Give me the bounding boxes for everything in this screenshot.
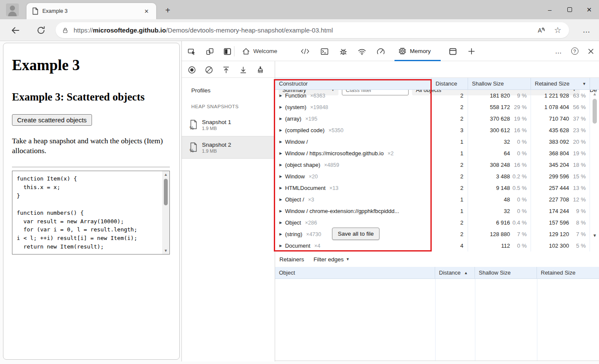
- table-row[interactable]: ▶(system)×198482558 17229 %1 078 40456 %: [275, 101, 599, 113]
- table-row[interactable]: ▶Window /1320 %383 09220 %: [275, 136, 599, 148]
- disclosure-triangle-icon[interactable]: ▶: [279, 221, 282, 225]
- close-window-button[interactable]: ✕: [579, 0, 599, 19]
- constructor-cell[interactable]: ▶Window×20: [275, 171, 432, 182]
- scroll-down-icon[interactable]: ▼: [164, 247, 168, 254]
- constructor-cell[interactable]: ▶(system)×19848: [275, 101, 432, 113]
- column-header-distance[interactable]: Distance: [432, 78, 468, 89]
- snapshot-item[interactable]: %Snapshot 21.9 MB: [182, 136, 275, 159]
- network-icon[interactable]: [357, 47, 367, 56]
- disclosure-triangle-icon[interactable]: ▶: [279, 105, 282, 109]
- constructor-cell[interactable]: ▶Window /: [275, 136, 432, 148]
- code-textarea[interactable]: function Item(x) { this.x = x; } functio…: [12, 171, 170, 255]
- disclosure-triangle-icon[interactable]: ▶: [279, 140, 282, 144]
- refresh-button[interactable]: [36, 25, 46, 36]
- scrollbar-thumb[interactable]: [593, 99, 597, 124]
- scroll-up-icon[interactable]: ▲: [593, 90, 597, 96]
- new-tab-button[interactable]: +: [162, 4, 174, 16]
- tab-close-icon[interactable]: ✕: [142, 7, 151, 15]
- table-row[interactable]: ▶Document×441120 %102 3005 %: [275, 240, 599, 252]
- scroll-up-icon[interactable]: ▲: [164, 171, 168, 178]
- save-profile-icon[interactable]: [238, 65, 248, 74]
- disclosure-triangle-icon[interactable]: ▶: [279, 117, 282, 121]
- table-row[interactable]: ▶Window / https://microsoftedge.github.i…: [275, 148, 599, 159]
- disclosure-triangle-icon[interactable]: ▶: [279, 94, 282, 98]
- browser-tab[interactable]: Example 3 ✕: [27, 3, 156, 19]
- constructor-cell[interactable]: ▶Object×286: [275, 217, 432, 228]
- disclosure-triangle-icon[interactable]: ▶: [279, 186, 282, 190]
- disclosure-triangle-icon[interactable]: ▶: [279, 163, 282, 167]
- disclosure-triangle-icon[interactable]: ▶: [279, 209, 282, 213]
- constructor-cell[interactable]: ▶(array)×195: [275, 113, 432, 124]
- column-header-shallow-size[interactable]: Shallow Size: [468, 78, 531, 89]
- layout-panel-icon[interactable]: [448, 47, 457, 56]
- column-header-shallow-size[interactable]: Shallow Size: [475, 267, 537, 278]
- table-row[interactable]: ▶(array)×1952370 62819 %710 74037 %: [275, 113, 599, 124]
- record-heap-snapshot-icon[interactable]: [187, 65, 196, 74]
- column-header-distance[interactable]: Distance▲: [435, 267, 475, 278]
- table-row[interactable]: ▶Function×63632181 8209 %1 221 92863 %: [275, 90, 599, 101]
- devtools-tabbar: Welcome Memory: [182, 41, 599, 61]
- disclosure-triangle-icon[interactable]: ▶: [279, 151, 282, 155]
- table-row[interactable]: ▶(string)×47302128 8807 %129 1207 %: [275, 228, 599, 240]
- filter-edges-dropdown[interactable]: Filter edges ▼: [314, 256, 350, 263]
- constructor-cell[interactable]: ▶(object shape)×4859: [275, 159, 432, 171]
- tab-welcome[interactable]: Welcome: [242, 41, 283, 61]
- devtools-help-icon[interactable]: ?: [566, 45, 583, 58]
- grid-body: ▶Function×63632181 8209 %1 221 92863 %▶(…: [275, 90, 599, 252]
- instance-count: ×2: [388, 151, 394, 157]
- constructor-cell[interactable]: ▶Window / chrome-extension://gpphkfbcpid…: [275, 205, 432, 217]
- elements-icon[interactable]: [300, 47, 310, 56]
- minimize-button[interactable]: –: [540, 0, 560, 19]
- profile-button[interactable]: [0, 0, 25, 19]
- table-row[interactable]: ▶Window×2023 4880.2 %299 59615 %: [275, 171, 599, 182]
- read-aloud-icon[interactable]: A: [537, 26, 546, 35]
- save-all-to-file-button[interactable]: Save all to file: [332, 228, 380, 240]
- browser-more-menu[interactable]: …: [580, 24, 593, 36]
- table-row[interactable]: ▶Object /×31480 %227 70812 %: [275, 194, 599, 205]
- clean-garbage-icon[interactable]: [255, 65, 265, 74]
- grid-scrollbar[interactable]: ▲ ▼: [590, 90, 599, 240]
- favorites-star-icon[interactable]: ☆: [554, 26, 561, 34]
- constructor-cell[interactable]: ▶(compiled code)×5350: [275, 124, 432, 136]
- disclosure-triangle-icon[interactable]: ▶: [279, 198, 282, 201]
- column-header-object[interactable]: Object: [275, 267, 435, 278]
- devtools-close-icon[interactable]: [583, 45, 599, 58]
- create-scattered-objects-button[interactable]: Create scattered objects: [12, 114, 92, 126]
- snapshot-item[interactable]: %Snapshot 11.9 MB: [182, 113, 275, 136]
- inspect-icon[interactable]: [187, 47, 196, 56]
- back-button[interactable]: [10, 25, 21, 36]
- table-row[interactable]: ▶HTMLDocument×1329 1480.5 %257 44413 %: [275, 182, 599, 194]
- devtools-more-options-icon[interactable]: …: [550, 45, 566, 58]
- console-icon[interactable]: [320, 47, 329, 56]
- constructor-cell[interactable]: ▶Window / https://microsoftedge.github.i…: [275, 148, 432, 159]
- constructor-cell[interactable]: ▶Document×4: [275, 240, 432, 252]
- disclosure-triangle-icon[interactable]: ▶: [279, 175, 282, 178]
- table-row[interactable]: ▶Object×28626 9160.4 %157 5968 %: [275, 217, 599, 228]
- performance-icon[interactable]: [376, 47, 385, 56]
- constructor-cell[interactable]: ▶Function×6363: [275, 90, 432, 101]
- column-header-constructor[interactable]: Constructor: [275, 78, 432, 89]
- table-row[interactable]: ▶Window / chrome-extension://gpphkfbcpid…: [275, 205, 599, 217]
- scrollbar-thumb[interactable]: [164, 179, 168, 205]
- clear-profiles-icon[interactable]: [204, 65, 214, 74]
- disclosure-triangle-icon[interactable]: ▶: [279, 232, 282, 236]
- maximize-button[interactable]: [560, 0, 579, 19]
- table-row[interactable]: ▶(object shape)×48592308 24816 %345 2041…: [275, 159, 599, 171]
- constructor-cell[interactable]: ▶HTMLDocument×13: [275, 182, 432, 194]
- device-emulation-icon[interactable]: [205, 47, 214, 56]
- tab-memory[interactable]: Memory: [394, 41, 441, 61]
- url-bar[interactable]: https://microsoftedge.github.io/Demos/de…: [56, 22, 569, 38]
- code-scrollbar[interactable]: ▲ ▼: [162, 171, 169, 254]
- table-row[interactable]: ▶(compiled code)×53503300 61216 %435 628…: [275, 124, 599, 136]
- column-header-retained-size[interactable]: Retained Size▼: [531, 78, 590, 89]
- disclosure-triangle-icon[interactable]: ▶: [279, 244, 282, 248]
- disclosure-triangle-icon[interactable]: ▶: [279, 128, 282, 132]
- debugger-icon[interactable]: [338, 47, 348, 56]
- constructor-cell[interactable]: ▶Object /×3: [275, 194, 432, 205]
- add-panel-icon[interactable]: [467, 47, 476, 56]
- dock-side-icon[interactable]: [222, 47, 232, 56]
- load-profile-icon[interactable]: [221, 65, 231, 74]
- scroll-down-icon[interactable]: ▼: [593, 233, 597, 238]
- column-header-retained-size[interactable]: Retained Size: [537, 267, 599, 278]
- retained-size-percent: 13 %: [569, 185, 590, 191]
